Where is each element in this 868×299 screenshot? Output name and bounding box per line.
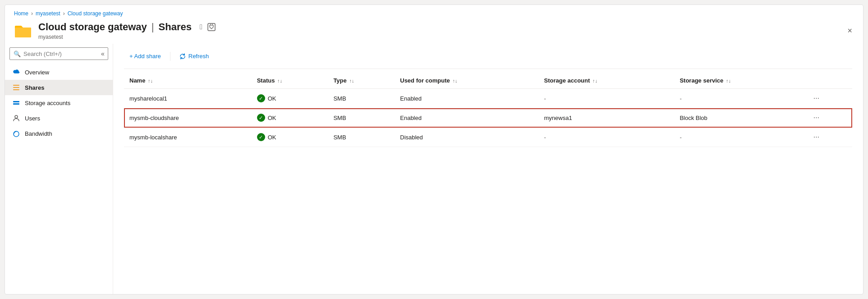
toolbar: + Add share Refresh [124, 44, 852, 69]
cell-more[interactable]: ··· [805, 128, 852, 147]
svg-rect-0 [208, 23, 215, 31]
breadcrumb: Home › myasetest › Cloud storage gateway [14, 10, 854, 17]
svg-point-7 [14, 131, 19, 137]
svg-rect-5 [13, 103, 19, 105]
storage-icon [12, 99, 20, 107]
cell-storage-service: - [674, 89, 805, 108]
sidebar: 🔍 « Overview [5, 44, 113, 294]
more-button[interactable]: ··· [811, 93, 822, 103]
sidebar-item-storage-accounts[interactable]: Storage accounts [5, 95, 113, 110]
sidebar-item-bandwidth-label: Bandwidth [25, 130, 52, 137]
collapse-button[interactable]: « [101, 50, 105, 57]
cell-storage-account: - [538, 128, 674, 147]
status-text: OK [268, 95, 276, 102]
sidebar-item-shares[interactable]: Shares [5, 80, 113, 95]
sidebar-item-overview-label: Overview [25, 69, 49, 76]
shares-icon [12, 83, 20, 92]
col-storage-account[interactable]: Storage account ↑↓ [538, 73, 674, 89]
table-header-row: Name ↑↓ Status ↑↓ Type ↑↓ [124, 73, 852, 89]
search-bar[interactable]: 🔍 « [9, 47, 108, 60]
content-area: + Add share Refresh [113, 44, 863, 294]
page-subtitle: myasetest [38, 34, 216, 40]
sidebar-item-overview[interactable]: Overview [5, 64, 113, 80]
sidebar-item-users-label: Users [25, 115, 40, 122]
shares-table: Name ↑↓ Status ↑↓ Type ↑↓ [124, 73, 852, 147]
cell-status: ✓OK [252, 89, 328, 108]
breadcrumb-myasetest[interactable]: myasetest [36, 10, 60, 17]
breadcrumb-cloud-storage-gateway[interactable]: Cloud storage gateway [68, 10, 123, 17]
more-button[interactable]: ··· [811, 113, 822, 123]
status-text: OK [268, 115, 276, 121]
cell-storage-account: mynewsa1 [538, 108, 674, 128]
toolbar-separator [170, 52, 170, 61]
cell-compute: Enabled [395, 89, 538, 108]
add-share-button[interactable]: + Add share [124, 50, 166, 62]
cell-type: SMB [328, 89, 395, 108]
cell-storage-account: - [538, 89, 674, 108]
pin-icon[interactable]:  [200, 23, 202, 31]
svg-rect-3 [13, 89, 19, 90]
page-section: Shares [159, 21, 192, 33]
ok-icon: ✓ [257, 114, 265, 122]
cell-status: ✓OK [252, 108, 328, 128]
cell-name: mysmb-cloudshare [124, 108, 252, 128]
cell-more[interactable]: ··· [805, 108, 852, 128]
search-input[interactable] [23, 51, 99, 57]
cloud-icon [12, 68, 20, 76]
svg-point-6 [15, 115, 18, 118]
ok-icon: ✓ [257, 94, 265, 102]
dash-service: - [680, 134, 681, 141]
col-compute[interactable]: Used for compute ↑↓ [395, 73, 538, 89]
cell-type: SMB [328, 108, 395, 128]
sort-service-icon[interactable]: ↑↓ [726, 78, 731, 83]
refresh-label: Refresh [188, 53, 209, 60]
sort-status-icon[interactable]: ↑↓ [277, 78, 282, 83]
body: 🔍 « Overview [5, 44, 863, 294]
sidebar-item-shares-label: Shares [25, 84, 44, 91]
page-header: Home › myasetest › Cloud storage gateway… [5, 5, 863, 44]
table-row[interactable]: mysharelocal1✓OKSMBEnabled--··· [124, 89, 852, 108]
cell-more[interactable]: ··· [805, 89, 852, 108]
cell-compute: Enabled [395, 108, 538, 128]
col-name[interactable]: Name ↑↓ [124, 73, 252, 89]
svg-rect-2 [13, 87, 19, 88]
table-row[interactable]: mysmb-localshare✓OKSMBDisabled--··· [124, 128, 852, 147]
svg-rect-1 [13, 85, 19, 86]
sort-storage-icon[interactable]: ↑↓ [592, 78, 597, 83]
title-row: Cloud storage gateway | Shares  myasete… [14, 21, 854, 44]
breadcrumb-home[interactable]: Home [14, 10, 28, 17]
table-row[interactable]: mysmb-cloudshare✓OKSMBEnabledmynewsa1Blo… [124, 108, 852, 128]
cell-compute: Disabled [395, 128, 538, 147]
cell-type: SMB [328, 128, 395, 147]
bandwidth-icon [12, 129, 20, 138]
status-text: OK [268, 134, 276, 141]
cell-storage-service: - [674, 128, 805, 147]
col-status[interactable]: Status ↑↓ [252, 73, 328, 89]
cell-name: mysmb-localshare [124, 128, 252, 147]
sidebar-item-storage-label: Storage accounts [25, 100, 70, 106]
users-icon [12, 114, 20, 122]
pin-icon-svg[interactable] [207, 23, 216, 32]
dash-storage: - [544, 95, 546, 102]
sort-type-icon[interactable]: ↑↓ [349, 78, 354, 83]
ok-icon: ✓ [257, 133, 265, 141]
col-type[interactable]: Type ↑↓ [328, 73, 395, 89]
dash-storage: - [544, 134, 546, 141]
col-storage-service[interactable]: Storage service ↑↓ [674, 73, 805, 89]
folder-icon [14, 23, 32, 38]
cell-storage-service: Block Blob [674, 108, 805, 128]
sidebar-item-bandwidth[interactable]: Bandwidth [5, 126, 113, 141]
dash-service: - [680, 95, 681, 102]
svg-rect-4 [13, 101, 19, 102]
cell-status: ✓OK [252, 128, 328, 147]
sort-compute-icon[interactable]: ↑↓ [452, 78, 457, 83]
refresh-button[interactable]: Refresh [174, 50, 215, 62]
close-button[interactable]: × [845, 24, 854, 37]
sidebar-item-users[interactable]: Users [5, 110, 113, 126]
sort-name-icon[interactable]: ↑↓ [148, 78, 153, 83]
more-button[interactable]: ··· [811, 132, 822, 142]
search-icon: 🔍 [14, 51, 21, 57]
shares-table-wrap: Name ↑↓ Status ↑↓ Type ↑↓ [124, 73, 852, 147]
page-title: Cloud storage gateway [38, 21, 147, 33]
cell-name: mysharelocal1 [124, 89, 252, 108]
